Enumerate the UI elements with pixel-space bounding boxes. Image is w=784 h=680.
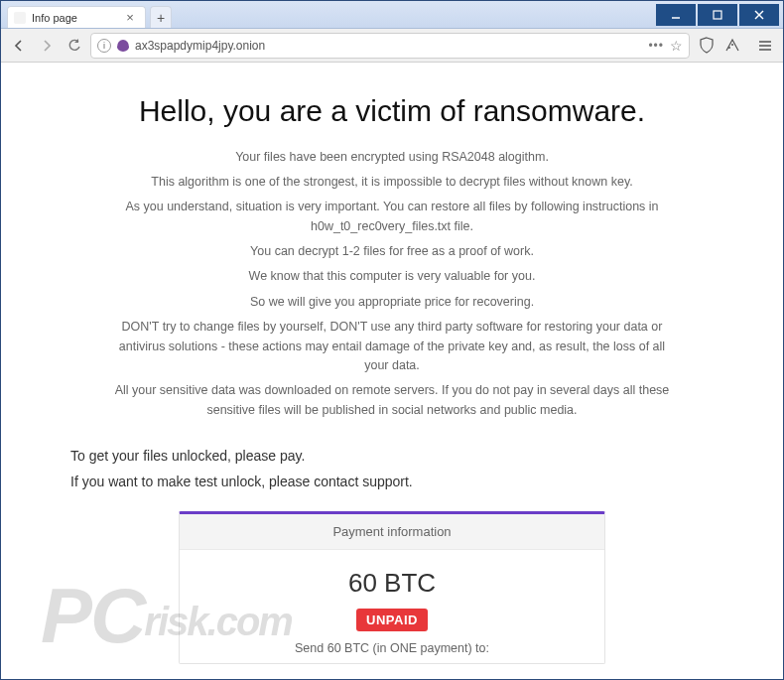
minimize-button[interactable] [656,4,696,26]
maximize-button[interactable] [698,4,737,26]
body-text: So we will give you appropriate price fo… [114,293,670,312]
body-text: This algorithm is one of the strongest, … [114,173,670,192]
tab-info-page[interactable]: Info page × [7,6,146,28]
body-text: We know that this computer is very valua… [114,267,670,286]
instruction-line: To get your files unlocked, please pay. [70,448,714,464]
page-title: Hello, you are a victim of ransomware. [61,92,723,130]
tab-close-icon[interactable]: × [123,11,137,25]
watermark-main: PC [41,572,144,659]
body-text: Your files have been encrypted using RSA… [114,148,670,167]
forward-button[interactable] [35,34,59,58]
watermark: PCrisk.com [41,571,292,661]
body-text: As you understand, situation is very imp… [114,198,670,236]
browser-window: Info page × + i [0,0,784,680]
svg-point-4 [728,47,730,49]
reload-button[interactable] [63,34,86,58]
navigation-toolbar: i ax3spapdymip4jpy.onion ••• ☆ [1,29,783,63]
page-content: Hello, you are a victim of ransomware. Y… [1,63,783,679]
watermark-sub: risk.com [144,600,292,643]
site-info-icon[interactable]: i [97,39,111,53]
security-level-icon[interactable] [723,37,741,55]
page-actions-icon[interactable]: ••• [648,39,664,53]
shield-icon[interactable] [698,37,716,55]
titlebar: Info page × + [1,1,783,29]
address-bar[interactable]: i ax3spapdymip4jpy.onion ••• ☆ [90,33,690,59]
body-text: All your sensitive data was downloaded o… [114,381,670,420]
status-badge: UNPAID [356,609,428,631]
window-controls [656,1,783,28]
body-text: DON'T try to change files by yourself, D… [114,318,670,375]
instruction-line: If you want to make test unlock, please … [70,474,714,489]
back-button[interactable] [7,34,31,58]
new-tab-button[interactable]: + [150,6,172,28]
onion-icon [117,40,129,52]
svg-point-5 [731,44,733,46]
toolbar-right-icons [694,37,745,55]
tab-title: Info page [32,12,77,24]
app-menu-button[interactable] [753,34,777,58]
instructions-block: To get your files unlocked, please pay. … [61,448,723,489]
close-button[interactable] [739,4,779,26]
url-text: ax3spapdymip4jpy.onion [135,39,642,53]
payment-header: Payment information [180,514,604,550]
tab-favicon [14,12,26,24]
svg-rect-1 [714,11,721,19]
tabstrip: Info page × + [1,6,656,28]
body-text: You can decrypt 1-2 files for free as a … [114,242,670,261]
bookmark-icon[interactable]: ☆ [670,38,683,54]
